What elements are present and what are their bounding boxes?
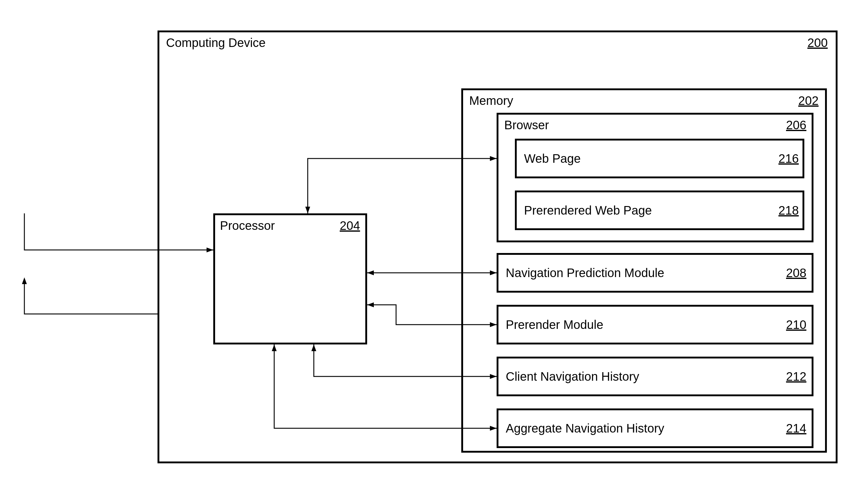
label-computing-device: Computing Device	[166, 36, 266, 50]
ref-prerendered-web-page: 218	[778, 204, 799, 217]
ref-aggregate-navigation-history: 214	[786, 422, 806, 435]
label-memory: Memory	[469, 94, 513, 108]
ref-web-page: 216	[778, 152, 799, 166]
ref-client-navigation-history: 212	[786, 370, 806, 384]
ref-browser: 206	[786, 118, 806, 132]
label-navigation-prediction-module: Navigation Prediction Module	[506, 266, 664, 280]
label-client-navigation-history: Client Navigation History	[506, 370, 639, 384]
label-prerender-module: Prerender Module	[506, 318, 603, 332]
label-aggregate-navigation-history: Aggregate Navigation History	[506, 422, 664, 435]
ref-computing-device: 200	[807, 36, 828, 50]
label-browser: Browser	[504, 118, 549, 132]
label-prerendered-web-page: Prerendered Web Page	[524, 204, 652, 217]
label-processor: Processor	[220, 219, 275, 233]
ref-memory: 202	[798, 94, 819, 108]
svg-marker-1	[22, 277, 27, 284]
ref-processor: 204	[340, 219, 360, 233]
label-web-page: Web Page	[524, 152, 581, 166]
box-processor	[213, 213, 367, 344]
diagram-canvas: Computing Device 200 Processor 204 Memor…	[0, 0, 868, 481]
ref-navigation-prediction-module: 208	[786, 266, 806, 280]
ref-prerender-module: 210	[786, 318, 806, 332]
